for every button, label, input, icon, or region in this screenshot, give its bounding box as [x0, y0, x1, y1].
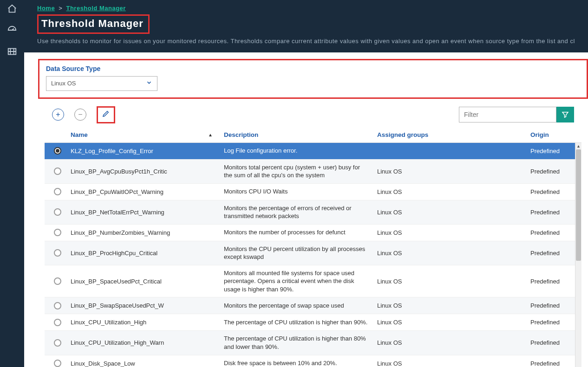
cell-description: Monitors the percentage of swap space us…	[224, 302, 377, 310]
table-row[interactable]: Linux_CPU_Utilization_HighThe percentage…	[45, 314, 575, 331]
breadcrumb-home-link[interactable]: Home	[37, 5, 55, 12]
cell-name: Linux_BP_ProcHighCpu_Critical	[71, 250, 224, 257]
datasource-highlight: Data Source Type Linux OS	[38, 59, 588, 99]
row-radio[interactable]	[54, 249, 61, 257]
cell-origin: Predefined	[530, 302, 575, 309]
datasource-select[interactable]: Linux OS	[46, 76, 157, 91]
cell-name: Linux_BP_SwapSpaceUsedPct_W	[71, 302, 224, 309]
table-row[interactable]: Linux_BP_AvgCpuBusyPct1h_CriticMonitors …	[45, 160, 575, 184]
cell-name: Linux_CPU_Utilization_High	[71, 319, 224, 326]
pencil-icon	[102, 109, 110, 120]
action-toolbar: + −	[52, 106, 115, 123]
cell-origin: Predefined	[530, 339, 575, 346]
row-radio[interactable]	[54, 360, 61, 367]
cell-groups: Linux OS	[377, 360, 530, 367]
cell-name: Linux_Disk_Space_Low	[71, 360, 224, 367]
row-radio[interactable]	[54, 339, 61, 347]
row-radio[interactable]	[54, 188, 61, 195]
cell-description: Monitors the percentage of errors of rec…	[224, 204, 377, 220]
table-row[interactable]: Linux_Disk_Space_LowDisk free space is b…	[45, 355, 575, 367]
cell-description: Monitors the CPU percent utilization by …	[224, 245, 377, 261]
cell-description: Disk free space is between 10% and 20%.	[224, 359, 377, 367]
col-header-description[interactable]: Description	[224, 131, 377, 138]
table-header-row: Name ▲ Description Assigned groups Origi…	[45, 127, 581, 143]
config-icon[interactable]	[7, 46, 17, 59]
cell-groups: Linux OS	[377, 278, 530, 285]
filter-control	[459, 107, 574, 122]
datasource-label: Data Source Type	[46, 65, 578, 72]
cell-description: Monitors all mounted file systems for sp…	[224, 269, 377, 294]
filter-input[interactable]	[459, 107, 556, 122]
table-row[interactable]: Linux_CPU_Utilization_High_WarnThe perce…	[45, 331, 575, 355]
cell-groups: Linux OS	[377, 168, 530, 175]
add-button[interactable]: +	[52, 109, 64, 121]
cell-origin: Predefined	[530, 319, 575, 326]
col-header-name[interactable]: Name ▲	[71, 131, 224, 138]
home-icon[interactable]	[7, 4, 17, 17]
cell-groups: Linux OS	[377, 250, 530, 257]
cell-groups: Linux OS	[377, 319, 530, 326]
cell-name: Linux_BP_AvgCpuBusyPct1h_Critic	[71, 168, 224, 175]
funnel-icon	[561, 110, 569, 119]
cell-description: The percentage of CPU utilization is hig…	[224, 318, 377, 327]
cell-origin: Predefined	[530, 168, 575, 175]
page-title-highlight: Threshold Manager	[37, 14, 150, 34]
cell-description: Monitors the number of processes for def…	[224, 228, 377, 237]
page-title: Threshold Manager	[41, 18, 144, 30]
row-radio[interactable]	[54, 319, 61, 326]
cell-name: Linux_BP_SpaceUsedPct_Critical	[71, 278, 224, 285]
cell-description: Log File configuration error.	[224, 147, 377, 155]
cell-groups: Linux OS	[377, 339, 530, 346]
scrollbar-thumb[interactable]	[576, 149, 581, 261]
cell-groups: Linux OS	[377, 188, 530, 195]
cell-origin: Predefined	[530, 278, 575, 285]
table-row[interactable]: Linux_BP_NetTotalErrPct_WarningMonitors …	[45, 200, 575, 225]
breadcrumb: Home > Threshold Manager	[37, 5, 575, 12]
row-radio[interactable]	[54, 208, 61, 216]
table-row[interactable]: Linux_BP_SpaceUsedPct_CriticalMonitors a…	[45, 265, 575, 298]
scroll-up-icon[interactable]: ▲	[575, 143, 581, 149]
cell-description: Monitors total percent cpu (system + use…	[224, 163, 377, 180]
sort-asc-icon: ▲	[208, 132, 213, 137]
table-row[interactable]: Linux_BP_SwapSpaceUsedPct_WMonitors the …	[45, 297, 575, 314]
page-description: Use thresholds to monitor for issues on …	[37, 37, 575, 46]
threshold-table: Name ▲ Description Assigned groups Origi…	[45, 127, 581, 367]
cell-description: Monitors CPU I/O Waits	[224, 187, 377, 196]
cell-groups: Linux OS	[377, 209, 530, 216]
row-radio[interactable]	[54, 167, 61, 175]
table-row[interactable]: Linux_BP_NumberZombies_WarningMonitors t…	[45, 225, 575, 241]
chevron-down-icon	[146, 79, 152, 87]
cell-origin: Predefined	[530, 148, 575, 155]
cell-description: The percentage of CPU utilization is hig…	[224, 335, 377, 351]
breadcrumb-separator: >	[57, 5, 64, 12]
cell-name: Linux_BP_CpuWaitIOPct_Warning	[71, 188, 224, 195]
cell-name: Linux_BP_NumberZombies_Warning	[71, 229, 224, 236]
col-header-origin[interactable]: Origin	[530, 131, 555, 138]
vertical-scrollbar[interactable]: ▲	[575, 143, 581, 367]
left-nav-rail	[0, 0, 24, 367]
cell-groups: Linux OS	[377, 229, 530, 236]
breadcrumb-current-link[interactable]: Threshold Manager	[66, 5, 125, 12]
cell-name: KLZ_Log_Profile_Config_Error	[71, 148, 224, 155]
cell-origin: Predefined	[530, 250, 575, 257]
cell-groups: Linux OS	[377, 302, 530, 309]
dashboard-icon[interactable]	[7, 25, 17, 38]
cell-name: Linux_CPU_Utilization_High_Warn	[71, 339, 224, 346]
remove-button[interactable]: −	[74, 109, 86, 121]
row-radio[interactable]	[54, 229, 61, 236]
table-row[interactable]: KLZ_Log_Profile_Config_ErrorLog File con…	[45, 143, 575, 160]
cell-origin: Predefined	[530, 209, 575, 216]
cell-name: Linux_BP_NetTotalErrPct_Warning	[71, 209, 224, 216]
row-radio[interactable]	[54, 277, 61, 285]
table-row[interactable]: Linux_BP_ProcHighCpu_CriticalMonitors th…	[45, 241, 575, 265]
col-header-groups[interactable]: Assigned groups	[377, 131, 530, 138]
cell-origin: Predefined	[530, 188, 575, 195]
cell-origin: Predefined	[530, 360, 575, 367]
row-radio[interactable]	[54, 147, 61, 155]
edit-button-highlight[interactable]	[97, 106, 115, 123]
filter-button[interactable]	[556, 107, 574, 122]
table-row[interactable]: Linux_BP_CpuWaitIOPct_WarningMonitors CP…	[45, 184, 575, 200]
page-header: Home > Threshold Manager Threshold Manag…	[24, 0, 588, 52]
datasource-selected-value: Linux OS	[51, 80, 76, 87]
row-radio[interactable]	[54, 302, 61, 309]
